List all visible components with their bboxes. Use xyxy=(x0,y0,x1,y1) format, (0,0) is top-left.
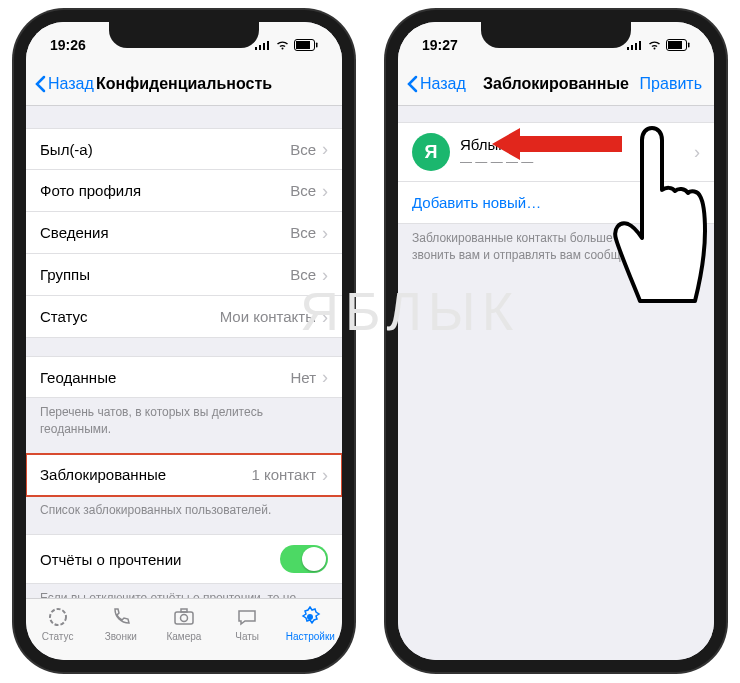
back-button[interactable]: Назад xyxy=(406,75,466,93)
pointer-hand-icon xyxy=(610,120,720,314)
page-title: Конфиденциальность xyxy=(96,75,272,93)
nav-bar: Назад Конфиденциальность xyxy=(26,62,342,106)
nav-bar: Назад Заблокированные Править xyxy=(398,62,714,106)
chevron-right-icon: › xyxy=(322,368,328,386)
svg-rect-13 xyxy=(631,45,633,50)
tab-label: Звонки xyxy=(105,631,137,642)
svg-rect-17 xyxy=(668,41,682,49)
tab-label: Статус xyxy=(42,631,74,642)
back-label: Назад xyxy=(48,75,94,93)
row-label: Группы xyxy=(40,266,290,283)
tab-status[interactable]: Статус xyxy=(28,605,88,642)
chevron-right-icon: › xyxy=(322,140,328,158)
chevron-right-icon: › xyxy=(322,224,328,242)
cellular-signal-icon xyxy=(255,40,271,50)
status-icon xyxy=(46,605,70,629)
page-title: Заблокированные xyxy=(483,75,629,93)
row-status[interactable]: СтатусМои контакты› xyxy=(26,296,342,338)
svg-rect-0 xyxy=(255,47,257,50)
svg-rect-5 xyxy=(296,41,310,49)
row-label: Геоданные xyxy=(40,369,290,386)
phone-frame-right: 19:27 Назад Заблокированные Править Я Яб… xyxy=(386,10,726,672)
phone-icon xyxy=(109,605,133,629)
row-value: 1 контакт xyxy=(251,466,316,483)
wifi-icon xyxy=(647,40,662,51)
svg-point-9 xyxy=(180,615,187,622)
row-value: Все xyxy=(290,266,316,283)
avatar: Я xyxy=(412,133,450,171)
status-time: 19:26 xyxy=(50,37,86,53)
reports-group: Отчёты о прочтении xyxy=(26,534,342,584)
tab-calls[interactable]: Звонки xyxy=(91,605,151,642)
privacy-group: Был(-а)Все› Фото профиляВсе› СведенияВсе… xyxy=(26,128,342,338)
phone-frame-left: 19:26 Назад Конфиденциальность xyxy=(14,10,354,672)
tab-chats[interactable]: Чаты xyxy=(217,605,277,642)
row-value: Все xyxy=(290,182,316,199)
chevron-right-icon: › xyxy=(322,266,328,284)
svg-rect-12 xyxy=(627,47,629,50)
svg-point-7 xyxy=(50,609,66,625)
svg-rect-10 xyxy=(181,609,187,612)
row-label: Отчёты о прочтении xyxy=(40,551,280,568)
tab-label: Чаты xyxy=(235,631,259,642)
row-value: Нет xyxy=(290,369,316,386)
blocked-group: Заблокированные1 контакт› xyxy=(26,454,342,496)
svg-rect-18 xyxy=(688,43,690,48)
geo-group: ГеоданныеНет› xyxy=(26,356,342,398)
row-lastseen[interactable]: Был(-а)Все› xyxy=(26,128,342,170)
svg-rect-1 xyxy=(259,45,261,50)
back-button[interactable]: Назад xyxy=(34,75,94,93)
svg-point-11 xyxy=(307,614,313,620)
chevron-right-icon: › xyxy=(322,308,328,326)
row-groups[interactable]: ГруппыВсе› xyxy=(26,254,342,296)
row-blocked[interactable]: Заблокированные1 контакт› xyxy=(26,454,342,496)
svg-rect-15 xyxy=(639,41,641,50)
row-label: Заблокированные xyxy=(40,466,251,483)
blocked-footer: Список заблокированных пользователей. xyxy=(26,496,342,525)
row-label: Сведения xyxy=(40,224,290,241)
svg-rect-14 xyxy=(635,43,637,50)
annotation-arrow-icon xyxy=(492,124,622,168)
notch xyxy=(109,22,259,48)
back-label: Назад xyxy=(420,75,466,93)
wifi-icon xyxy=(275,40,290,51)
row-geodata[interactable]: ГеоданныеНет› xyxy=(26,356,342,398)
svg-marker-19 xyxy=(492,128,622,160)
tab-label: Настройки xyxy=(286,631,335,642)
notch xyxy=(481,22,631,48)
tab-camera[interactable]: Камера xyxy=(154,605,214,642)
row-label: Был(-а) xyxy=(40,141,290,158)
battery-icon xyxy=(666,39,690,51)
svg-rect-2 xyxy=(263,43,265,50)
row-label: Статус xyxy=(40,308,220,325)
status-time: 19:27 xyxy=(422,37,458,53)
svg-rect-3 xyxy=(267,41,269,50)
row-label: Фото профиля xyxy=(40,182,290,199)
chevron-left-icon xyxy=(406,75,418,93)
tab-settings[interactable]: Настройки xyxy=(280,605,340,642)
toggle-switch[interactable] xyxy=(280,545,328,573)
reports-footer: Если вы отключите отчёты о прочтении, то… xyxy=(26,584,342,598)
tab-bar: Статус Звонки Камера Чаты Настройки xyxy=(26,598,342,660)
svg-rect-6 xyxy=(316,43,318,48)
row-value: Все xyxy=(290,224,316,241)
battery-icon xyxy=(294,39,318,51)
chevron-right-icon: › xyxy=(322,466,328,484)
screen-right: 19:27 Назад Заблокированные Править Я Яб… xyxy=(398,22,714,660)
tab-label: Камера xyxy=(166,631,201,642)
edit-button[interactable]: Править xyxy=(640,75,702,93)
chevron-right-icon: › xyxy=(322,182,328,200)
row-value: Все xyxy=(290,141,316,158)
row-value: Мои контакты xyxy=(220,308,316,325)
cellular-signal-icon xyxy=(627,40,643,50)
camera-icon xyxy=(172,605,196,629)
gear-icon xyxy=(298,605,322,629)
row-about[interactable]: СведенияВсе› xyxy=(26,212,342,254)
geo-footer: Перечень чатов, в которых вы делитесь ге… xyxy=(26,398,342,444)
chat-icon xyxy=(235,605,259,629)
row-read-receipts[interactable]: Отчёты о прочтении xyxy=(26,534,342,584)
row-profilephoto[interactable]: Фото профиляВсе› xyxy=(26,170,342,212)
content-area: Был(-а)Все› Фото профиляВсе› СведенияВсе… xyxy=(26,106,342,598)
chevron-left-icon xyxy=(34,75,46,93)
screen-left: 19:26 Назад Конфиденциальность xyxy=(26,22,342,660)
